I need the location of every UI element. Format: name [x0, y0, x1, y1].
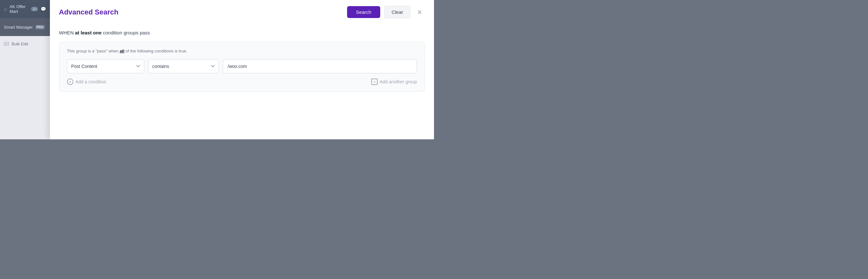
group-description: This group is a "pass" when all of the f… — [67, 49, 417, 54]
left-sidebar: Bulk Edit — [0, 36, 50, 140]
bulk-edit-icon — [4, 41, 9, 46]
search-button[interactable]: Search — [347, 6, 380, 18]
condition-value-input[interactable] — [223, 59, 417, 73]
add-condition-label: Add a condition — [75, 79, 106, 84]
add-another-group-button[interactable]: + Add another group — [371, 79, 417, 85]
clear-button[interactable]: Clear — [384, 6, 410, 18]
group-desc-suffix: of the following conditions is true. — [126, 49, 187, 54]
when-keyword: WHEN — [59, 30, 74, 35]
field-select[interactable]: Post Content Post Title Post Status Post… — [67, 59, 144, 73]
condition-group: This group is a "pass" when all of the f… — [59, 42, 425, 92]
add-condition-button[interactable]: + Add a condition — [67, 79, 106, 85]
top-nav: ⌂ AK Offer Mart 10 💬 — [0, 0, 50, 18]
nav-badge: 10 — [31, 7, 38, 11]
add-condition-icon: + — [67, 79, 73, 85]
modal-header: Advanced Search Search Clear ✕ — [50, 0, 434, 24]
pro-badge: PRO — [35, 25, 45, 29]
sub-nav: Smart Manager PRO — [0, 18, 50, 36]
modal-header-actions: Search Clear ✕ — [347, 6, 425, 18]
add-group-icon: + — [371, 79, 378, 85]
modal-body: WHEN at least one condition groups pass … — [50, 24, 434, 140]
smart-manager-title: Smart Manager — [4, 25, 33, 30]
when-suffix: condition groups pass — [103, 30, 150, 35]
app-title: AK Offer Mart — [10, 4, 28, 14]
modal-title: Advanced Search — [59, 8, 119, 17]
home-icon: ⌂ — [4, 6, 7, 12]
add-group-label: Add another group — [380, 79, 417, 84]
close-button[interactable]: ✕ — [414, 8, 425, 17]
condition-row: Post Content Post Title Post Status Post… — [67, 59, 417, 73]
bulk-edit-item[interactable]: Bulk Edit — [4, 41, 46, 46]
group-all-keyword: all — [120, 49, 124, 54]
group-footer: + Add a condition + Add another group — [67, 79, 417, 85]
svg-rect-0 — [4, 42, 9, 45]
group-desc-prefix: This group is a "pass" when — [67, 49, 119, 54]
advanced-search-modal: Advanced Search Search Clear ✕ WHEN at l… — [50, 0, 434, 140]
when-highlight: at least one — [75, 30, 102, 35]
bulk-edit-label: Bulk Edit — [11, 41, 28, 46]
when-line: WHEN at least one condition groups pass — [59, 30, 425, 35]
operator-select[interactable]: contains does not contain equals does no… — [148, 59, 219, 73]
comment-icon: 💬 — [40, 6, 46, 11]
